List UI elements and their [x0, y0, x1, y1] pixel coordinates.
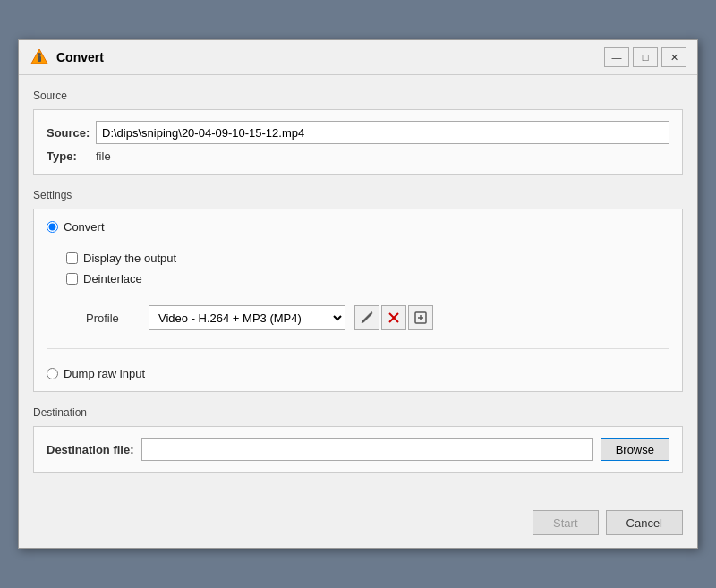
destination-section-title: Destination [33, 406, 683, 419]
convert-radio[interactable] [47, 221, 58, 233]
maximize-button[interactable]: □ [633, 47, 658, 67]
dump-raw-radio-label[interactable]: Dump raw input [47, 367, 669, 380]
footer: Start Cancel [19, 501, 697, 548]
source-row: Source: [47, 121, 669, 144]
convert-window: Convert — □ ✕ Source Source: Type: file [18, 39, 698, 549]
svg-rect-1 [38, 56, 41, 62]
settings-section: Settings Convert Display the output [33, 189, 683, 392]
source-section: Source Source: Type: file [33, 89, 683, 175]
window-controls: — □ ✕ [604, 47, 686, 67]
minimize-button[interactable]: — [604, 47, 629, 67]
profile-select[interactable]: Video - H.264 + MP3 (MP4) Video - H.265 … [149, 305, 345, 330]
profile-row: Profile Video - H.264 + MP3 (MP4) Video … [86, 305, 669, 330]
divider [47, 348, 669, 349]
dump-raw-text: Dump raw input [64, 367, 145, 380]
destination-box: Destination file: Browse [33, 426, 683, 473]
titlebar: Convert — □ ✕ [19, 40, 697, 75]
radio-group: Convert Display the output Deinterlace [47, 220, 669, 380]
profile-delete-button[interactable] [381, 305, 406, 330]
deinterlace-label[interactable]: Deinterlace [66, 272, 669, 285]
source-label: Source: [47, 126, 96, 140]
source-input[interactable] [96, 121, 669, 144]
settings-box: Convert Display the output Deinterlace [33, 209, 683, 392]
source-section-title: Source [33, 89, 683, 102]
destination-row: Destination file: Browse [47, 438, 669, 461]
destination-section: Destination Destination file: Browse [33, 406, 683, 473]
type-row: Type: file [47, 149, 669, 163]
cancel-button[interactable]: Cancel [606, 510, 683, 535]
wrench-icon [360, 311, 374, 325]
dest-file-input[interactable] [141, 438, 593, 461]
vlc-icon [30, 47, 49, 67]
type-label: Type: [47, 149, 96, 163]
deinterlace-text: Deinterlace [83, 272, 142, 285]
new-profile-icon [413, 311, 428, 325]
type-value: file [96, 149, 111, 163]
dest-file-label: Destination file: [47, 443, 134, 456]
convert-options: Display the output Deinterlace Profile V… [66, 251, 669, 330]
display-output-checkbox[interactable] [66, 252, 78, 264]
profile-buttons [354, 305, 433, 330]
display-output-label[interactable]: Display the output [66, 251, 669, 265]
display-output-text: Display the output [83, 251, 176, 265]
window-title: Convert [56, 50, 104, 64]
deinterlace-checkbox[interactable] [66, 273, 78, 285]
source-box: Source: Type: file [33, 109, 683, 175]
profile-label: Profile [86, 311, 140, 325]
convert-radio-text: Convert [64, 220, 105, 234]
close-button[interactable]: ✕ [661, 47, 686, 67]
titlebar-left: Convert [30, 47, 104, 67]
profile-new-button[interactable] [408, 305, 433, 330]
start-button[interactable]: Start [533, 510, 598, 535]
browse-button[interactable]: Browse [601, 438, 669, 461]
profile-edit-button[interactable] [354, 305, 379, 330]
settings-section-title: Settings [33, 189, 683, 201]
svg-point-2 [38, 53, 41, 56]
main-content: Source Source: Type: file Settings [19, 75, 697, 501]
dump-raw-radio[interactable] [47, 368, 58, 379]
delete-icon [387, 311, 401, 325]
convert-radio-label[interactable]: Convert [47, 220, 669, 234]
